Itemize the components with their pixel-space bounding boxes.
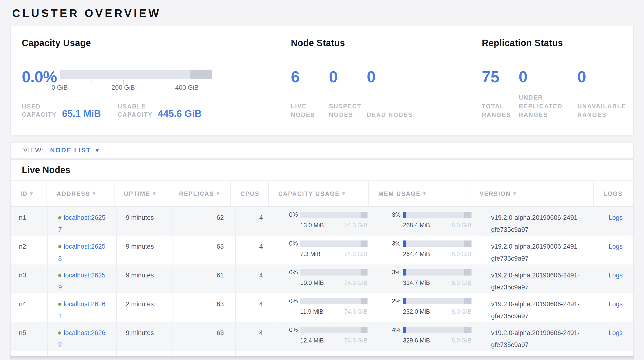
node-mem-usage-cell: 3% 264.4 MiB 8.0 GiB — [377, 236, 481, 264]
view-dropdown[interactable]: NODE LIST ▼ — [50, 147, 99, 154]
mem-meter-track — [403, 241, 472, 247]
node-logs-cell — [608, 351, 633, 356]
capacity-stats: USED CAPACITY 65.1 MiB USABLE CAPACITY 4… — [22, 102, 291, 119]
column-header-replicas[interactable]: REPLICAS▼ — [170, 181, 231, 206]
logs-link[interactable]: Logs — [608, 327, 633, 339]
table-row: n5 localhost:26262 9 minutes 63 4 0% 12.… — [11, 322, 633, 351]
node-id-cell: n4 — [11, 293, 48, 322]
capacity-meter-track — [300, 212, 368, 218]
logs-link[interactable]: Logs — [608, 298, 633, 310]
live-status-dot — [58, 331, 61, 334]
node-mem-usage-cell: 4% 329.6 MiB 8.0 GiB — [377, 322, 481, 351]
capacity-total-value: 74.3 GiB — [344, 337, 368, 344]
mem-percent-label: 3% — [387, 212, 400, 218]
column-header-address[interactable]: ADDRESS▼ — [47, 181, 114, 206]
column-header-logs: LOGS — [594, 181, 633, 206]
node-address-link[interactable]: localhost:26262 — [58, 327, 106, 351]
capacity-percent-label: 0% — [284, 240, 298, 247]
mem-total-value: 8.0 GiB — [452, 222, 472, 229]
axis-label: 400 GiB — [175, 84, 198, 91]
node-logs-cell: Logs — [608, 293, 633, 322]
mem-used-value: 268.4 MiB — [403, 222, 430, 229]
column-header-capacity[interactable]: CAPACITY USAGE▼ — [269, 181, 369, 206]
table-row: n2 localhost:26258 9 minutes 63 4 0% 7.3… — [11, 236, 633, 264]
node-replicas-cell: 63 — [173, 236, 236, 264]
capacity-used-value: 10.0 MiB — [300, 279, 324, 286]
node-cpus-cell: 4 — [236, 207, 274, 236]
mem-used-value: 314.7 MiB — [403, 279, 430, 286]
logs-link[interactable]: Logs — [608, 212, 633, 224]
mem-meter: 4% — [387, 326, 472, 333]
capacity-meter-track — [300, 327, 368, 333]
node-address-link[interactable]: localhost:26257 — [58, 212, 106, 236]
capacity-meter-track — [300, 269, 368, 276]
chevron-down-icon: ▼ — [95, 148, 99, 153]
mem-meter-track — [403, 327, 472, 333]
column-header-mem[interactable]: MEM USAGE▼ — [369, 181, 470, 206]
mem-meter-fill — [403, 327, 406, 333]
capacity-bar-end-segment — [190, 70, 212, 79]
node-replicas-cell: 62 — [173, 207, 236, 236]
capacity-axis-labels: 0 GiB 200 GiB 400 GiB — [60, 84, 212, 92]
mem-meter: 3% — [387, 211, 472, 218]
mem-used-value: 329.6 MiB — [403, 337, 430, 344]
capacity-meter-track — [300, 241, 368, 247]
column-header-uptime[interactable]: UPTIME▼ — [114, 181, 170, 206]
node-capacity-usage-cell — [274, 351, 377, 356]
table-header: ID▼ADDRESS▼UPTIME▼REPLICAS▼CPUSCAPACITY … — [11, 181, 633, 207]
live-nodes-heading: Live Nodes — [11, 165, 633, 175]
node-id-cell: n1 — [11, 207, 48, 236]
node-cpus-cell: 4 — [236, 322, 274, 351]
live-nodes-stat: 6 LIVE NODES — [291, 68, 329, 119]
column-header-version[interactable]: VERSION▼ — [470, 181, 594, 206]
capacity-meter-end-segment — [360, 298, 368, 304]
mem-meter-fill — [403, 212, 406, 218]
node-address-cell: localhost:26259 — [48, 264, 117, 293]
node-capacity-usage-cell: 0% 11.9 MiB 74.3 GiB — [274, 293, 377, 322]
node-logs-cell: Logs — [608, 322, 633, 351]
axis-tick — [60, 80, 60, 84]
node-address-cell: localhost:26258 — [48, 236, 117, 264]
mem-meter: 2% — [387, 298, 472, 304]
capacity-usage-gauge: 0.0% 0 GiB 200 GiB — [22, 68, 291, 92]
capacity-total-value: 74.3 GiB — [344, 308, 368, 315]
mem-meter-fill — [403, 298, 406, 304]
node-cpus-cell: 4 — [236, 293, 274, 322]
logs-link[interactable]: Logs — [608, 269, 633, 281]
capacity-percent-label: 0% — [284, 212, 298, 218]
capacity-used-value: 12.4 MiB — [300, 337, 324, 344]
column-header-id[interactable]: ID▼ — [11, 181, 47, 206]
node-uptime-cell: 9 minutes — [117, 236, 173, 264]
table-row: n4 localhost:26261 2 minutes 63 4 0% 11.… — [11, 293, 633, 322]
node-logs-cell: Logs — [608, 207, 633, 236]
node-capacity-usage-cell: 0% 13.0 MiB 74.3 GiB — [274, 207, 377, 236]
used-capacity-value: 65.1 MiB — [62, 108, 101, 119]
node-version-cell: v19.2.0-alpha.20190606-2491-gfe735c9a97 — [481, 293, 608, 322]
mem-meter-end-segment — [464, 269, 472, 276]
usable-capacity-value: 445.6 GiB — [158, 108, 202, 119]
axis-label: 200 GiB — [112, 84, 135, 91]
sort-caret-icon: ▼ — [342, 191, 346, 196]
logs-link[interactable]: Logs — [608, 241, 633, 253]
capacity-meter: 0% — [284, 211, 368, 218]
live-nodes-card: Live Nodes ID▼ADDRESS▼UPTIME▼REPLICAS▼CP… — [10, 159, 634, 356]
node-version-cell: v19.2.0-alpha.20190606-2491-gfe735c9a97 — [481, 264, 608, 293]
mem-meter-track — [403, 269, 472, 276]
live-status-dot — [58, 303, 61, 306]
node-address-cell: localhost:26261 — [48, 293, 117, 322]
live-status-dot — [58, 274, 61, 277]
cluster-overview-page: CLUSTER OVERVIEW Capacity Usage 0.0% — [0, 0, 644, 360]
node-address-cell: localhost:26257 — [48, 207, 117, 236]
capacity-meter: 0% — [284, 240, 368, 247]
axis-label: 0 GiB — [52, 84, 68, 91]
mem-meter-track — [403, 212, 472, 218]
sort-caret-icon: ▼ — [30, 191, 34, 196]
node-address-link[interactable]: localhost:26259 — [58, 269, 106, 293]
node-address-link[interactable]: localhost:26258 — [58, 241, 106, 264]
mem-used-value: 264.4 MiB — [403, 251, 430, 257]
view-selector-bar: VIEW: NODE LIST ▼ — [10, 142, 634, 158]
node-address-link[interactable]: localhost:26261 — [58, 298, 106, 322]
capacity-meter: 0% — [284, 326, 368, 333]
table-body: n1 localhost:26257 9 minutes 62 4 0% 13.… — [11, 207, 633, 356]
capacity-meter-end-segment — [360, 269, 368, 276]
